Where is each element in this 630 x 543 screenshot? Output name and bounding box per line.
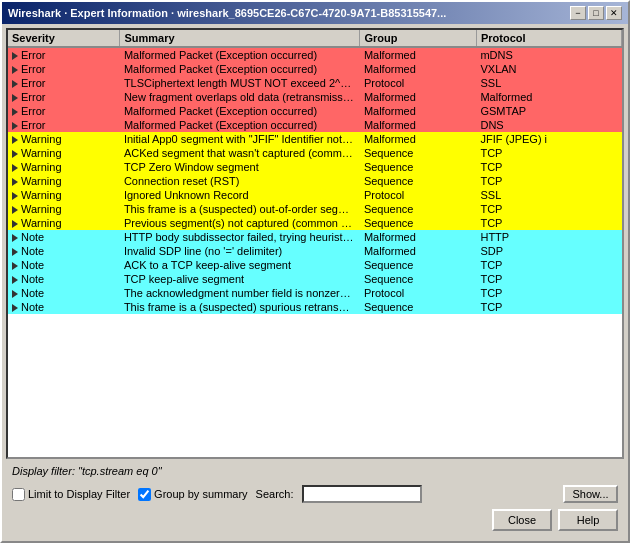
table-row[interactable]: ErrorMalformed Packet (Exception occurre… xyxy=(8,62,622,76)
table-row[interactable]: WarningConnection reset (RST)SequenceTCP xyxy=(8,174,622,188)
row-arrow: Note xyxy=(8,230,120,244)
group-value: Protocol xyxy=(360,188,477,202)
group-value: Malformed xyxy=(360,230,477,244)
summary-value: Ignored Unknown Record xyxy=(120,188,360,202)
table-row[interactable]: WarningInitial App0 segment with "JFIF" … xyxy=(8,132,622,146)
expand-arrow-icon xyxy=(12,234,18,242)
expand-arrow-icon xyxy=(12,248,18,256)
expert-info-table[interactable]: Severity Summary Group Protocol ErrorMal… xyxy=(6,28,624,459)
table-row[interactable]: NoteInvalid SDP line (no '=' delimiter)M… xyxy=(8,244,622,258)
close-window-button[interactable]: ✕ xyxy=(606,6,622,20)
table-row[interactable]: ErrorNew fragment overlaps old data (ret… xyxy=(8,90,622,104)
severity-value: Warning xyxy=(21,175,62,187)
help-button[interactable]: Help xyxy=(558,509,618,531)
group-value: Sequence xyxy=(360,258,477,272)
severity-value: Error xyxy=(21,63,45,75)
row-arrow: Error xyxy=(8,118,120,132)
severity-value: Note xyxy=(21,231,44,243)
row-arrow: Note xyxy=(8,244,120,258)
protocol-value: TCP xyxy=(476,202,621,216)
expand-arrow-icon xyxy=(12,136,18,144)
close-button[interactable]: Close xyxy=(492,509,552,531)
table-row[interactable]: WarningPrevious segment(s) not captured … xyxy=(8,216,622,230)
protocol-value: TCP xyxy=(476,216,621,230)
table-row[interactable]: NoteACK to a TCP keep-alive segmentSeque… xyxy=(8,258,622,272)
summary-value: Malformed Packet (Exception occurred) xyxy=(120,62,360,76)
table-row[interactable]: WarningThis frame is a (suspected) out-o… xyxy=(8,202,622,216)
maximize-button[interactable]: □ xyxy=(588,6,604,20)
expand-arrow-icon xyxy=(12,52,18,60)
protocol-value: HTTP xyxy=(476,230,621,244)
controls-row: Limit to Display Filter Group by summary… xyxy=(8,483,622,505)
protocol-value: TCP xyxy=(476,258,621,272)
severity-value: Warning xyxy=(21,189,62,201)
summary-value: ACKed segment that wasn't captured (comm… xyxy=(120,146,360,160)
group-summary-text: Group by summary xyxy=(154,488,248,500)
summary-value: TLSCiphertext length MUST NOT exceed 2^1… xyxy=(120,76,360,90)
table-row[interactable]: NoteThis frame is a (suspected) spurious… xyxy=(8,300,622,314)
limit-filter-checkbox[interactable] xyxy=(12,488,25,501)
protocol-value: JFIF (JPEG) i xyxy=(476,132,621,146)
expand-arrow-icon xyxy=(12,206,18,214)
limit-filter-text: Limit to Display Filter xyxy=(28,488,130,500)
display-filter-label: Display filter: "tcp.stream eq 0" xyxy=(8,463,622,479)
expand-arrow-icon xyxy=(12,276,18,284)
expand-arrow-icon xyxy=(12,66,18,74)
group-summary-checkbox[interactable] xyxy=(138,488,151,501)
row-arrow: Warning xyxy=(8,160,120,174)
table-row[interactable]: ErrorTLSCiphertext length MUST NOT excee… xyxy=(8,76,622,90)
row-arrow: Note xyxy=(8,286,120,300)
summary-value: Malformed Packet (Exception occurred) xyxy=(120,47,360,62)
table-row[interactable]: ErrorMalformed Packet (Exception occurre… xyxy=(8,104,622,118)
severity-value: Note xyxy=(21,245,44,257)
row-arrow: Error xyxy=(8,47,120,62)
table-row[interactable]: NoteThe acknowledgment number field is n… xyxy=(8,286,622,300)
table-row[interactable]: WarningIgnored Unknown RecordProtocolSSL xyxy=(8,188,622,202)
table-row[interactable]: ErrorMalformed Packet (Exception occurre… xyxy=(8,47,622,62)
search-label: Search: xyxy=(256,488,294,500)
severity-value: Warning xyxy=(21,217,62,229)
group-value: Malformed xyxy=(360,244,477,258)
protocol-value: VXLAN xyxy=(476,62,621,76)
group-value: Protocol xyxy=(360,286,477,300)
col-protocol: Protocol xyxy=(476,30,621,47)
protocol-value: Malformed xyxy=(476,90,621,104)
limit-filter-label[interactable]: Limit to Display Filter xyxy=(12,488,130,501)
titlebar: Wireshark · Expert Information · wiresha… xyxy=(2,2,628,24)
summary-value: HTTP body subdissector failed, trying he… xyxy=(120,230,360,244)
table-body: ErrorMalformed Packet (Exception occurre… xyxy=(8,47,622,314)
expand-arrow-icon xyxy=(12,192,18,200)
table-row[interactable]: WarningTCP Zero Window segmentSequenceTC… xyxy=(8,160,622,174)
protocol-value: TCP xyxy=(476,286,621,300)
table-row[interactable]: ErrorMalformed Packet (Exception occurre… xyxy=(8,118,622,132)
show-button[interactable]: Show... xyxy=(563,485,618,503)
minimize-button[interactable]: − xyxy=(570,6,586,20)
summary-value: ACK to a TCP keep-alive segment xyxy=(120,258,360,272)
severity-value: Error xyxy=(21,119,45,131)
row-arrow: Error xyxy=(8,104,120,118)
protocol-value: TCP xyxy=(476,300,621,314)
table-row[interactable]: WarningACKed segment that wasn't capture… xyxy=(8,146,622,160)
table-row[interactable]: NoteHTTP body subdissector failed, tryin… xyxy=(8,230,622,244)
row-arrow: Error xyxy=(8,90,120,104)
expand-arrow-icon xyxy=(12,164,18,172)
group-summary-label[interactable]: Group by summary xyxy=(138,488,248,501)
row-arrow: Error xyxy=(8,62,120,76)
summary-value: TCP Zero Window segment xyxy=(120,160,360,174)
severity-value: Warning xyxy=(21,133,62,145)
main-window: Wireshark · Expert Information · wiresha… xyxy=(0,0,630,543)
button-row: Close Help xyxy=(8,505,622,533)
summary-value: New fragment overlaps old data (retransm… xyxy=(120,90,360,104)
row-arrow: Warning xyxy=(8,174,120,188)
summary-value: TCP keep-alive segment xyxy=(120,272,360,286)
row-arrow: Note xyxy=(8,258,120,272)
search-input[interactable] xyxy=(302,485,422,503)
group-value: Malformed xyxy=(360,104,477,118)
table-row[interactable]: NoteTCP keep-alive segmentSequenceTCP xyxy=(8,272,622,286)
col-group: Group xyxy=(360,30,477,47)
summary-value: Previous segment(s) not captured (common… xyxy=(120,216,360,230)
group-value: Sequence xyxy=(360,216,477,230)
protocol-value: TCP xyxy=(476,146,621,160)
bottom-area: Display filter: "tcp.stream eq 0" Limit … xyxy=(6,459,624,537)
expand-arrow-icon xyxy=(12,122,18,130)
